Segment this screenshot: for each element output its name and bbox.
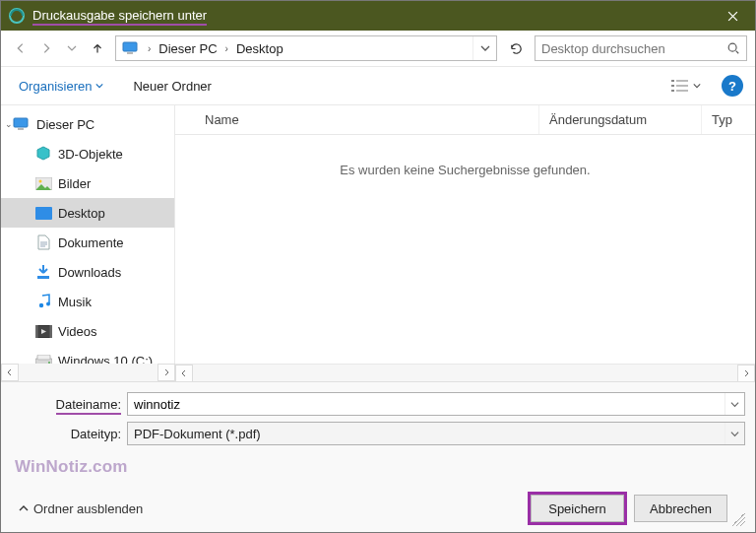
svg-rect-22 — [37, 355, 50, 360]
tree-horizontal-scrollbar[interactable] — [1, 364, 175, 381]
organize-menu-button[interactable]: Organisieren — [13, 75, 109, 98]
view-options-button[interactable] — [664, 75, 708, 97]
list-horizontal-scrollbar[interactable] — [175, 364, 755, 381]
svg-point-17 — [46, 302, 50, 306]
empty-results-text: Es wurden keine Suchergebnisse gefunden. — [340, 163, 590, 177]
refresh-button[interactable] — [503, 35, 529, 61]
svg-point-16 — [38, 303, 42, 307]
music-icon — [34, 294, 52, 309]
filetype-label: Dateityp: — [11, 427, 127, 441]
tree-item-label: Dokumente — [58, 235, 123, 250]
navigation-tree[interactable]: ⌄Dieser PC3D-ObjekteBilderDesktopDokumen… — [1, 105, 175, 364]
filename-field-wrapper[interactable] — [127, 392, 745, 416]
breadcrumb-history-dropdown[interactable] — [472, 36, 496, 60]
breadcrumb-segment-desktop[interactable]: Desktop — [232, 39, 287, 58]
scroll-left-button[interactable] — [175, 365, 193, 382]
svg-rect-7 — [676, 85, 688, 87]
expand-chevron-icon[interactable]: ⌄ — [5, 119, 13, 129]
video-icon — [34, 323, 52, 339]
new-folder-label: Neuer Ordner — [133, 79, 211, 94]
search-box[interactable] — [535, 35, 747, 61]
breadcrumb-segment-thispc[interactable]: Dieser PC — [155, 39, 220, 58]
thispc-icon — [120, 38, 140, 58]
filename-input[interactable] — [128, 397, 724, 412]
download-icon — [34, 264, 52, 280]
chevron-right-icon[interactable]: › — [221, 43, 232, 54]
resize-grip[interactable] — [731, 512, 745, 526]
cube-icon — [34, 146, 52, 162]
tree-item-desktop[interactable]: Desktop — [1, 198, 174, 228]
column-header-date[interactable]: Änderungsdatum — [539, 105, 702, 134]
new-folder-button[interactable]: Neuer Ordner — [127, 75, 217, 98]
nav-back-button[interactable] — [9, 36, 32, 60]
filename-history-dropdown[interactable] — [724, 393, 744, 415]
tree-item-dokumente[interactable]: Dokumente — [1, 228, 174, 257]
chevron-down-icon — [95, 82, 103, 90]
svg-rect-15 — [37, 276, 49, 279]
hide-folders-label: Ordner ausblenden — [33, 501, 143, 516]
nav-row: › Dieser PC › Desktop — [1, 31, 755, 66]
view-list-icon — [671, 79, 689, 93]
filetype-value: PDF-Dokument (*.pdf) — [128, 427, 724, 441]
svg-rect-2 — [127, 52, 133, 54]
svg-rect-4 — [671, 80, 674, 82]
svg-rect-9 — [676, 90, 688, 92]
edge-app-icon — [9, 8, 25, 24]
tree-item-label: Bilder — [58, 176, 91, 191]
search-input[interactable] — [536, 41, 721, 56]
window-title: Druckausgabe speichern unter — [32, 8, 710, 24]
thispc-icon — [13, 116, 31, 132]
tree-item-windows-10-c-[interactable]: Windows 10 (C:) — [1, 346, 174, 364]
search-icon[interactable] — [721, 36, 746, 60]
tree-item-downloads[interactable]: Downloads — [1, 257, 174, 287]
tree-item-label: Windows 10 (C:) — [58, 354, 153, 365]
organize-label: Organisieren — [19, 79, 92, 94]
tree-item-this-pc[interactable]: ⌄Dieser PC — [1, 109, 174, 139]
drive-icon — [34, 353, 52, 364]
help-button[interactable]: ? — [722, 75, 743, 97]
nav-up-button[interactable] — [86, 36, 109, 60]
nav-recent-dropdown[interactable] — [60, 36, 84, 60]
tree-item-3d-objekte[interactable]: 3D-Objekte — [1, 139, 174, 168]
title-bar: Druckausgabe speichern unter — [1, 1, 755, 31]
filename-form: Dateiname: Dateityp: PDF-Dokument (*.pdf… — [1, 381, 755, 457]
scroll-left-button[interactable] — [1, 364, 19, 381]
svg-rect-6 — [671, 85, 674, 87]
chevron-up-icon — [19, 503, 29, 513]
watermark-text: WinNotiz.com — [1, 457, 755, 495]
nav-forward-button[interactable] — [34, 36, 58, 60]
pictures-icon — [34, 175, 52, 191]
document-icon — [34, 234, 52, 250]
chevron-right-icon[interactable]: › — [144, 43, 155, 54]
column-header-name[interactable]: Name — [175, 105, 539, 134]
svg-rect-11 — [18, 128, 24, 130]
breadcrumb-bar[interactable]: › Dieser PC › Desktop — [115, 35, 497, 61]
filename-label: Dateiname: — [11, 397, 127, 412]
scroll-right-button[interactable] — [158, 364, 175, 381]
save-button[interactable]: Speichern — [531, 495, 624, 522]
filetype-dropdown[interactable]: PDF-Dokument (*.pdf) — [127, 422, 745, 445]
tree-item-label: Downloads — [58, 265, 121, 280]
command-bar: Organisieren Neuer Ordner ? — [1, 67, 755, 104]
tree-item-label: Videos — [58, 324, 97, 339]
window-close-button[interactable] — [710, 1, 755, 31]
tree-item-musik[interactable]: Musik — [1, 287, 174, 316]
tree-item-label: Musik — [58, 295, 92, 309]
tree-item-videos[interactable]: Videos — [1, 316, 174, 346]
svg-rect-1 — [123, 42, 137, 51]
chevron-down-icon — [693, 82, 701, 90]
filetype-chevron-icon — [724, 423, 744, 444]
cancel-button[interactable]: Abbrechen — [634, 495, 727, 522]
file-list-body[interactable]: Es wurden keine Suchergebnisse gefunden. — [175, 135, 755, 364]
hide-folders-button[interactable]: Ordner ausblenden — [11, 501, 143, 516]
svg-rect-10 — [14, 118, 28, 127]
column-header-type[interactable]: Typ — [702, 105, 755, 134]
scroll-right-button[interactable] — [737, 365, 755, 382]
tree-item-bilder[interactable]: Bilder — [1, 168, 174, 198]
svg-rect-19 — [35, 325, 38, 338]
tree-item-label: Dieser PC — [36, 117, 94, 132]
svg-rect-5 — [676, 80, 688, 82]
desktop-icon — [34, 205, 52, 221]
svg-rect-14 — [35, 207, 52, 220]
tree-item-label: 3D-Objekte — [58, 147, 123, 162]
